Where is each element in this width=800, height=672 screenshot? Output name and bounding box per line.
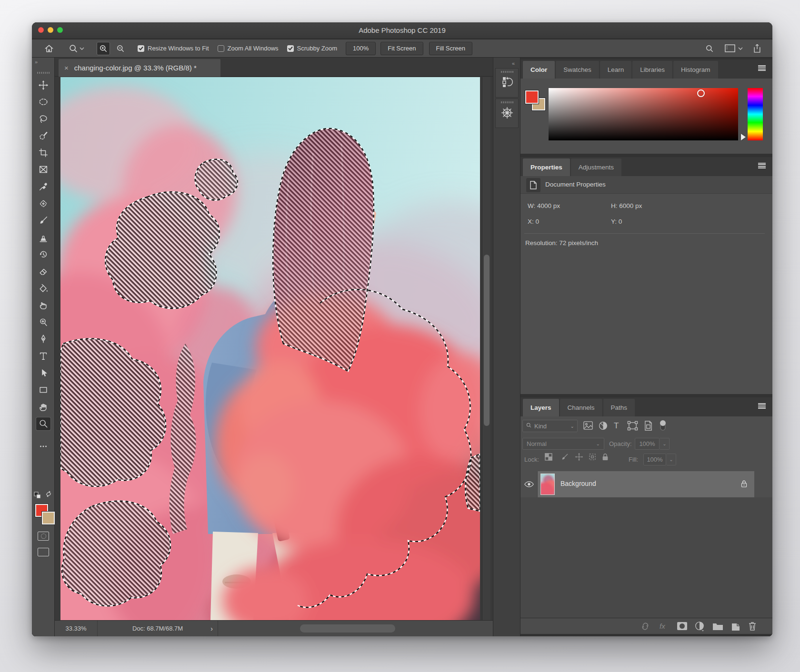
canvas[interactable]: [60, 77, 480, 620]
background-color-swatch[interactable]: [42, 512, 55, 524]
resize-windows-checkbox[interactable]: [138, 45, 144, 52]
close-tab-icon[interactable]: ×: [64, 64, 69, 72]
paint-bucket-tool[interactable]: [36, 282, 50, 295]
foreground-color-swatch[interactable]: [525, 90, 539, 104]
document-tab[interactable]: × changing-color.jpg @ 33.3% (RGB/8) *: [59, 59, 220, 77]
tab-channels[interactable]: Channels: [560, 399, 602, 416]
status-expand-icon[interactable]: ›: [210, 625, 213, 632]
filter-smart-objects-icon[interactable]: [644, 421, 653, 433]
rectangle-tool[interactable]: [36, 384, 50, 396]
tab-learn[interactable]: Learn: [600, 61, 632, 79]
eraser-tool[interactable]: [36, 265, 50, 278]
fit-screen-button[interactable]: Fit Screen: [380, 42, 423, 55]
frame-tool[interactable]: [36, 163, 50, 176]
layer-thumbnail[interactable]: [540, 474, 555, 495]
filter-shape-layers-icon[interactable]: [627, 421, 638, 433]
elliptical-marquee-tool[interactable]: [36, 96, 50, 109]
opacity-dropdown[interactable]: ⌄: [660, 438, 670, 450]
quick-selection-tool[interactable]: [36, 129, 50, 142]
vertical-scrollbar[interactable]: [482, 77, 490, 620]
lock-artboard-icon[interactable]: [588, 453, 597, 463]
layer-filter-kind[interactable]: Kind ⌄: [522, 420, 578, 432]
eyedropper-tool[interactable]: [36, 180, 50, 193]
search-icon[interactable]: [705, 44, 714, 53]
tab-paths[interactable]: Paths: [603, 399, 635, 416]
toolbar-grip[interactable]: [37, 72, 50, 74]
delete-layer-icon[interactable]: [748, 621, 757, 633]
blend-mode-select[interactable]: Normal ⌄: [522, 438, 604, 450]
home-icon[interactable]: [44, 44, 54, 53]
pen-tool[interactable]: [36, 333, 50, 346]
new-group-icon[interactable]: [712, 621, 724, 633]
workspace-icon[interactable]: [725, 44, 735, 52]
dock-collapse[interactable]: «: [512, 60, 515, 66]
adjustment-layer-icon[interactable]: [694, 621, 705, 633]
layer-style-icon[interactable]: fx: [660, 622, 665, 630]
zoom-100-button[interactable]: 100%: [346, 42, 376, 55]
spot-healing-brush-tool[interactable]: [36, 197, 50, 210]
move-tool[interactable]: [36, 79, 50, 91]
tab-libraries[interactable]: Libraries: [632, 61, 672, 79]
fill-screen-button[interactable]: Fill Screen: [429, 42, 472, 55]
screen-mode-button[interactable]: [38, 548, 49, 556]
history-brush-tool[interactable]: [36, 248, 50, 261]
default-colors-icon[interactable]: [34, 492, 41, 498]
panel-menu-icon[interactable]: [758, 65, 766, 71]
lock-transparency-icon[interactable]: [544, 453, 553, 463]
lock-all-icon[interactable]: [601, 453, 609, 463]
lock-pixels-icon[interactable]: [560, 453, 569, 463]
zoom-tool-icon[interactable]: [68, 43, 79, 54]
fill-field[interactable]: 100%: [643, 454, 666, 465]
opacity-field[interactable]: 100%: [635, 438, 660, 450]
clone-stamp-tool[interactable]: [36, 231, 50, 244]
panel-menu-icon[interactable]: [758, 163, 766, 168]
tab-histogram[interactable]: Histogram: [673, 61, 718, 79]
zoom-out-button[interactable]: [116, 44, 125, 53]
hue-slider[interactable]: [748, 88, 763, 140]
filter-toggle[interactable]: [659, 419, 667, 434]
lock-position-icon[interactable]: [575, 453, 583, 463]
type-tool[interactable]: [36, 350, 50, 363]
crop-tool[interactable]: [36, 146, 50, 159]
layer-row-background[interactable]: Background: [538, 471, 754, 497]
hue-slider-handle[interactable]: [741, 134, 746, 140]
tab-layers[interactable]: Layers: [523, 399, 559, 416]
quick-mask-button[interactable]: [38, 532, 49, 541]
chevron-down-icon[interactable]: [80, 47, 84, 50]
toolbar-collapse[interactable]: »: [35, 59, 38, 65]
link-layers-icon[interactable]: [640, 621, 651, 633]
zoom-level-field[interactable]: 33.33%: [55, 621, 98, 636]
chevron-down-icon[interactable]: [738, 47, 743, 50]
path-selection-tool[interactable]: [36, 366, 50, 379]
zoom-all-windows-checkbox[interactable]: [218, 45, 224, 52]
vertical-scrollbar-thumb[interactable]: [484, 255, 490, 426]
smudge-tool[interactable]: [36, 299, 50, 312]
add-mask-icon[interactable]: [676, 621, 688, 633]
filter-pixel-layers-icon[interactable]: [583, 421, 593, 432]
filter-type-layers-icon[interactable]: T: [614, 421, 619, 431]
horizontal-scrollbar-thumb[interactable]: [300, 624, 395, 632]
swap-colors-icon[interactable]: [45, 491, 52, 499]
lasso-tool[interactable]: [36, 112, 50, 125]
dodge-tool[interactable]: [36, 316, 50, 328]
zoom-in-button[interactable]: [97, 42, 110, 55]
edit-toolbar-ellipsis[interactable]: [36, 440, 50, 453]
navigator-panel-button[interactable]: [495, 99, 519, 128]
fill-dropdown[interactable]: ⌄: [667, 454, 676, 465]
hand-tool[interactable]: [36, 400, 50, 413]
tab-color[interactable]: Color: [523, 61, 555, 79]
color-saturation-field[interactable]: [549, 88, 738, 140]
tab-adjustments[interactable]: Adjustments: [571, 158, 621, 176]
tab-properties[interactable]: Properties: [523, 158, 570, 176]
layer-visibility-cell[interactable]: [520, 471, 538, 497]
titlebar[interactable]: Adobe Photoshop CC 2019: [32, 22, 772, 39]
filter-adjustment-layers-icon[interactable]: [598, 421, 608, 433]
zoom-tool[interactable]: [36, 417, 50, 430]
canvas-image[interactable]: [60, 77, 480, 620]
history-panel-button[interactable]: [495, 68, 519, 98]
brush-tool[interactable]: [36, 214, 50, 227]
scrubby-zoom-checkbox[interactable]: [287, 45, 294, 52]
color-picker-marker[interactable]: [697, 89, 705, 97]
panel-menu-icon[interactable]: [758, 403, 766, 409]
doc-size-field[interactable]: Doc: 68.7M/68.7M ›: [98, 621, 218, 636]
